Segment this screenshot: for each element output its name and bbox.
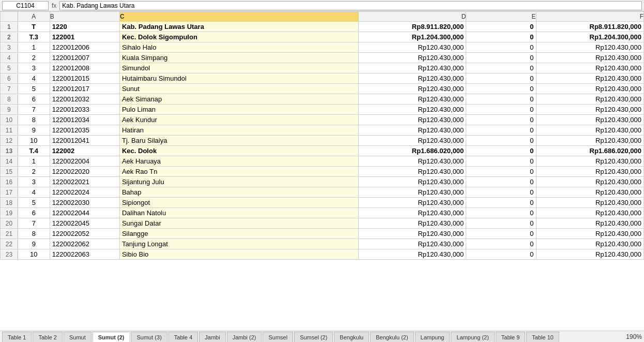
cell-f[interactable]: Rp120.430,000 bbox=[536, 42, 643, 53]
cell-e[interactable]: 0 bbox=[466, 177, 536, 187]
cell-c[interactable]: Tj. Baru Silaiya bbox=[119, 136, 358, 146]
cell-f[interactable]: Rp120.430,000 bbox=[536, 167, 643, 177]
sheet-tab[interactable]: Sumsel (2) bbox=[294, 332, 333, 342]
cell-e[interactable]: 0 bbox=[466, 167, 536, 177]
col-header-b[interactable]: B bbox=[50, 12, 119, 22]
cell-a[interactable]: 5 bbox=[18, 84, 50, 94]
cell-e[interactable]: 0 bbox=[466, 218, 536, 229]
cell-f[interactable]: Rp120.430,000 bbox=[536, 156, 643, 167]
cell-a[interactable]: 6 bbox=[18, 208, 50, 218]
cell-c[interactable]: Kab. Padang Lawas Utara bbox=[119, 22, 358, 32]
cell-b[interactable]: 1220012035 bbox=[50, 125, 119, 136]
cell-a[interactable]: 3 bbox=[18, 63, 50, 73]
cell-b[interactable]: 1220022045 bbox=[50, 218, 119, 229]
cell-d[interactable]: Rp8.911.820,000 bbox=[358, 22, 466, 32]
cell-c[interactable]: Aek Haruaya bbox=[119, 156, 358, 167]
cell-c[interactable]: Sijantung Julu bbox=[119, 177, 358, 187]
cell-b[interactable]: 1220022052 bbox=[50, 229, 119, 239]
cell-f[interactable]: Rp120.430,000 bbox=[536, 53, 643, 63]
cell-f[interactable]: Rp120.430,000 bbox=[536, 239, 643, 249]
cell-b[interactable]: 1220022004 bbox=[50, 156, 119, 167]
cell-d[interactable]: Rp120.430,000 bbox=[358, 136, 466, 146]
cell-b[interactable]: 1220012041 bbox=[50, 136, 119, 146]
cell-b[interactable]: 1220012015 bbox=[50, 73, 119, 84]
cell-e[interactable]: 0 bbox=[466, 115, 536, 125]
cell-e[interactable]: 0 bbox=[466, 32, 536, 42]
cell-c[interactable]: Bahap bbox=[119, 187, 358, 198]
cell-c[interactable]: Sungai Datar bbox=[119, 218, 358, 229]
cell-c[interactable]: Silangge bbox=[119, 229, 358, 239]
cell-a[interactable]: 4 bbox=[18, 73, 50, 84]
cell-d[interactable]: Rp120.430,000 bbox=[358, 94, 466, 105]
cell-f[interactable]: Rp120.430,000 bbox=[536, 94, 643, 105]
col-header-f[interactable]: F bbox=[536, 12, 643, 22]
cell-a[interactable]: 10 bbox=[18, 249, 50, 260]
sheet-tab[interactable]: Sumut bbox=[64, 332, 91, 342]
sheet-tab[interactable]: Table 2 bbox=[33, 332, 62, 342]
cell-c[interactable]: Kec. Dolok bbox=[119, 146, 358, 156]
cell-d[interactable]: Rp120.430,000 bbox=[358, 208, 466, 218]
sheet-tab[interactable]: Jambi (2) bbox=[227, 332, 262, 342]
cell-e[interactable]: 0 bbox=[466, 53, 536, 63]
cell-a[interactable]: 2 bbox=[18, 53, 50, 63]
cell-d[interactable]: Rp120.430,000 bbox=[358, 53, 466, 63]
col-header-a[interactable]: A bbox=[18, 12, 50, 22]
cell-b[interactable]: 1220022062 bbox=[50, 239, 119, 249]
cell-d[interactable]: Rp120.430,000 bbox=[358, 177, 466, 187]
cell-d[interactable]: Rp120.430,000 bbox=[358, 63, 466, 73]
cell-e[interactable]: 0 bbox=[466, 22, 536, 32]
cell-a[interactable]: T.3 bbox=[18, 32, 50, 42]
cell-e[interactable]: 0 bbox=[466, 208, 536, 218]
cell-a[interactable]: 8 bbox=[18, 115, 50, 125]
cell-e[interactable]: 0 bbox=[466, 73, 536, 84]
cell-d[interactable]: Rp1.204.300,000 bbox=[358, 32, 466, 42]
cell-d[interactable]: Rp120.430,000 bbox=[358, 167, 466, 177]
cell-a[interactable]: 1 bbox=[18, 156, 50, 167]
cell-d[interactable]: Rp120.430,000 bbox=[358, 198, 466, 208]
cell-f[interactable]: Rp120.430,000 bbox=[536, 73, 643, 84]
cell-b[interactable]: 1220012034 bbox=[50, 115, 119, 125]
sheet-tab[interactable]: Sumsel bbox=[263, 332, 293, 342]
cell-c[interactable]: Hutaimbaru Simundol bbox=[119, 73, 358, 84]
cell-f[interactable]: Rp1.204.300,000 bbox=[536, 32, 643, 42]
cell-f[interactable]: Rp120.430,000 bbox=[536, 105, 643, 115]
cell-a[interactable]: 1 bbox=[18, 42, 50, 53]
cell-a[interactable]: 5 bbox=[18, 198, 50, 208]
cell-b[interactable]: 1220012033 bbox=[50, 105, 119, 115]
cell-e[interactable]: 0 bbox=[466, 156, 536, 167]
cell-e[interactable]: 0 bbox=[466, 42, 536, 53]
cell-c[interactable]: Aek Kundur bbox=[119, 115, 358, 125]
cell-e[interactable]: 0 bbox=[466, 198, 536, 208]
cell-a[interactable]: 10 bbox=[18, 136, 50, 146]
cell-b[interactable]: 122002 bbox=[50, 146, 119, 156]
cell-e[interactable]: 0 bbox=[466, 105, 536, 115]
cell-d[interactable]: Rp120.430,000 bbox=[358, 187, 466, 198]
cell-a[interactable]: 4 bbox=[18, 187, 50, 198]
cell-e[interactable]: 0 bbox=[466, 84, 536, 94]
sheet-tab[interactable]: Lampung bbox=[415, 332, 450, 342]
cell-reference[interactable]: C1104 bbox=[2, 1, 49, 10]
sheet-tab[interactable]: Bengkulu (2) bbox=[370, 332, 413, 342]
cell-a[interactable]: 6 bbox=[18, 94, 50, 105]
col-header-c[interactable]: C bbox=[119, 12, 358, 22]
cell-d[interactable]: Rp120.430,000 bbox=[358, 73, 466, 84]
cell-a[interactable]: 2 bbox=[18, 167, 50, 177]
cell-a[interactable]: 7 bbox=[18, 105, 50, 115]
sheet-tab[interactable]: Table 9 bbox=[496, 332, 525, 342]
cell-b[interactable]: 1220012017 bbox=[50, 84, 119, 94]
cell-a[interactable]: 3 bbox=[18, 177, 50, 187]
cell-b[interactable]: 122001 bbox=[50, 32, 119, 42]
cell-e[interactable]: 0 bbox=[466, 249, 536, 260]
cell-e[interactable]: 0 bbox=[466, 125, 536, 136]
cell-f[interactable]: Rp120.430,000 bbox=[536, 177, 643, 187]
cell-f[interactable]: Rp120.430,000 bbox=[536, 249, 643, 260]
cell-a[interactable]: 9 bbox=[18, 239, 50, 249]
cell-d[interactable]: Rp120.430,000 bbox=[358, 125, 466, 136]
cell-f[interactable]: Rp1.686.020,000 bbox=[536, 146, 643, 156]
cell-f[interactable]: Rp120.430,000 bbox=[536, 187, 643, 198]
cell-a[interactable]: 7 bbox=[18, 218, 50, 229]
sheet-tab[interactable]: Sumut (2) bbox=[93, 332, 130, 342]
cell-b[interactable]: 1220012007 bbox=[50, 53, 119, 63]
cell-c[interactable]: Sihalo Halo bbox=[119, 42, 358, 53]
cell-b[interactable]: 1220022020 bbox=[50, 167, 119, 177]
